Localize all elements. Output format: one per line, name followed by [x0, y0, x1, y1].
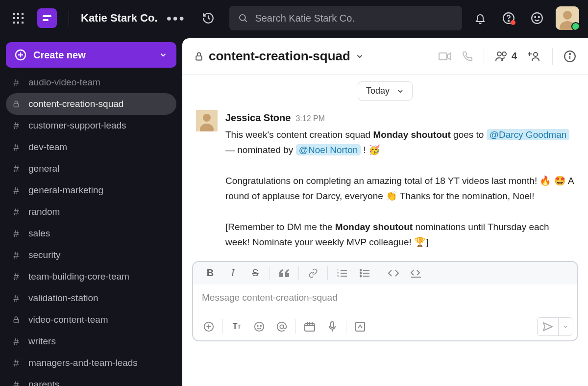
channel-item-team-building-core-team[interactable]: #team-building-core-team	[6, 266, 176, 287]
svg-point-57	[257, 325, 258, 326]
svg-rect-2	[22, 13, 24, 15]
separator	[379, 266, 379, 280]
format-toolbar: B I S 123	[193, 262, 577, 284]
channel-item-security[interactable]: #security	[6, 244, 176, 266]
create-new-button[interactable]: Create new	[6, 42, 176, 68]
channel-item-writers[interactable]: #writers	[6, 331, 176, 352]
history-icon[interactable]	[199, 9, 218, 27]
svg-point-29	[497, 52, 501, 56]
separator	[222, 319, 223, 334]
audio-record-button[interactable]	[321, 317, 343, 336]
svg-point-56	[255, 322, 264, 331]
svg-point-17	[539, 17, 539, 18]
text-format-button[interactable]: TT	[226, 317, 247, 336]
video-attach-button[interactable]	[299, 317, 320, 336]
channel-item-general[interactable]: #general	[6, 158, 176, 180]
shortcut-button[interactable]	[349, 317, 371, 336]
svg-point-58	[260, 325, 261, 326]
app-grid-icon[interactable]	[9, 9, 27, 27]
svg-point-16	[535, 17, 536, 18]
search-input[interactable]	[255, 13, 453, 24]
channel-item-customer-support-leads[interactable]: #customer-support-leads	[6, 115, 176, 136]
italic-button[interactable]: I	[222, 264, 243, 282]
separator	[270, 266, 270, 280]
channel-item-random[interactable]: #random	[6, 201, 176, 223]
svg-point-51	[360, 275, 362, 277]
channel-item-validation-station[interactable]: #validation-station	[6, 287, 176, 309]
svg-rect-65	[331, 322, 334, 328]
svg-rect-10	[43, 19, 49, 21]
svg-point-15	[532, 13, 542, 24]
channel-item-managers-and-team-leads[interactable]: #managers-and-team-leads	[6, 352, 176, 374]
separator	[298, 266, 299, 280]
lock-icon	[11, 316, 22, 324]
mention-darcy[interactable]: @Darcy Goodman	[487, 129, 570, 140]
members-button[interactable]: 4	[495, 51, 517, 62]
date-jump-button[interactable]: Today	[358, 81, 413, 101]
bold-button[interactable]: B	[200, 264, 220, 282]
workspace-menu-icon[interactable]: ●●●	[167, 13, 186, 24]
message-avatar[interactable]	[196, 110, 218, 131]
send-button[interactable]	[538, 318, 558, 335]
chevron-down-icon	[396, 87, 404, 95]
channel-item-content-creation-squad[interactable]: content-creation-squad	[6, 93, 176, 115]
channel-item-label: dev-team	[28, 142, 67, 153]
user-avatar[interactable]	[556, 6, 579, 30]
channel-title-button[interactable]: content-creation-squad	[194, 49, 364, 64]
emoji-star-eyes: 🤩	[554, 176, 566, 186]
channel-item-label: random	[28, 206, 60, 217]
divider	[69, 10, 69, 26]
send-options-button[interactable]	[558, 318, 572, 335]
channel-item-label: general	[28, 163, 59, 174]
add-member-button[interactable]	[528, 51, 541, 62]
message-input[interactable]: Message content-creation-squad	[193, 284, 577, 313]
emoji-trophy: 🏆	[414, 237, 426, 247]
help-icon[interactable]	[499, 8, 518, 28]
link-button[interactable]	[303, 264, 323, 282]
strike-button[interactable]: S	[245, 264, 266, 282]
workspace-name[interactable]: Katie Stark Co.	[81, 12, 158, 25]
channel-item-label: general-marketing	[28, 185, 103, 196]
channel-name: content-creation-squad	[209, 49, 350, 64]
video-call-button[interactable]	[439, 51, 451, 61]
plus-circle-icon	[15, 49, 26, 61]
notifications-icon[interactable]	[470, 8, 490, 28]
mention-button[interactable]	[271, 317, 293, 336]
svg-point-49	[360, 269, 362, 271]
svg-text:3: 3	[337, 275, 339, 278]
svg-rect-27	[439, 53, 447, 60]
members-count: 4	[512, 51, 517, 62]
channel-item-dev-team[interactable]: #dev-team	[6, 136, 176, 158]
svg-rect-24	[14, 103, 18, 107]
lock-icon	[194, 51, 204, 61]
code-button[interactable]	[383, 264, 404, 282]
svg-point-36	[569, 53, 570, 54]
svg-point-50	[360, 272, 362, 274]
emoji-status-icon[interactable]	[527, 8, 547, 28]
quote-button[interactable]	[274, 264, 294, 282]
composer-action-bar: TT	[193, 313, 577, 340]
channel-info-button[interactable]	[564, 50, 576, 63]
search-icon	[238, 13, 248, 24]
channel-item-sales[interactable]: #sales	[6, 223, 176, 244]
bullet-list-button[interactable]	[354, 264, 375, 282]
separator	[327, 266, 328, 280]
channel-item-general-marketing[interactable]: #general-marketing	[6, 180, 176, 201]
channel-item-parents[interactable]: #parents	[6, 374, 176, 386]
channel-item-label: managers-and-team-leads	[28, 358, 138, 368]
main-panel: content-creation-squad 4	[182, 38, 588, 386]
code-block-button[interactable]	[406, 264, 426, 282]
attach-button[interactable]	[198, 317, 220, 336]
message-composer: B I S 123	[192, 261, 578, 341]
search-box[interactable]	[229, 6, 462, 30]
channel-item-audio-video-team[interactable]: #audio-video-team	[6, 77, 176, 93]
channel-item-video-content-team[interactable]: video-content-team	[6, 309, 176, 331]
message-author[interactable]: Jessica Stone	[225, 110, 291, 126]
mention-noel[interactable]: @Noel Norton	[296, 144, 361, 155]
emoji-picker-button[interactable]	[248, 317, 270, 336]
hash-icon: #	[11, 185, 22, 196]
audio-call-button[interactable]	[462, 51, 473, 62]
workspace-logo[interactable]	[37, 8, 57, 28]
ordered-list-button[interactable]: 123	[332, 264, 352, 282]
create-new-label: Create new	[33, 50, 86, 61]
